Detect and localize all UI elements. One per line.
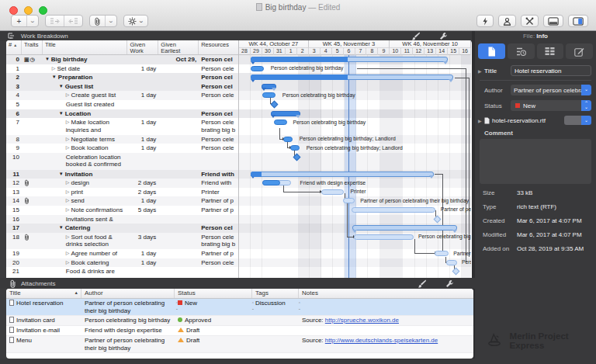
disclosure-triangle-icon[interactable]: ▶ xyxy=(478,118,484,123)
attach-button[interactable] xyxy=(90,16,106,26)
source-link[interactable]: http://www.deutschlands-speisekarten.de xyxy=(325,337,438,344)
gantt-summary-bar[interactable] xyxy=(262,84,277,89)
disclosure-leaf-icon[interactable]: ▷ xyxy=(52,66,56,71)
disclosure-leaf-icon[interactable]: ▷ xyxy=(66,251,70,255)
gantt-task-bar[interactable] xyxy=(352,207,435,213)
column-header-notes[interactable]: Notes xyxy=(299,289,473,298)
cell-stepper-icon[interactable]: ⌃⌄ xyxy=(295,301,304,311)
gantt-task-bar[interactable] xyxy=(262,180,291,185)
tab-info[interactable] xyxy=(478,43,505,59)
wbs-row[interactable]: 1▷Set date1 dayPerson celebrating big bi… xyxy=(6,64,238,74)
wbs-row[interactable]: 3▼Guest listPerson celebrating big birth… xyxy=(6,82,238,92)
gantt-task-bar[interactable] xyxy=(446,260,457,265)
disclosure-leaf-icon[interactable]: ▷ xyxy=(66,92,70,97)
disclosure-leaf-icon[interactable]: ▷ xyxy=(66,145,70,150)
wbs-row[interactable]: 0▣◷▼Big birthdayOct 29, 2019Person celeb… xyxy=(6,55,238,64)
add-options-button[interactable]: ⌄ xyxy=(27,16,38,26)
settings-wrench-icon[interactable] xyxy=(439,32,449,40)
cell-stepper-icon[interactable]: ⌃⌄ xyxy=(248,301,258,311)
column-header-given-earliest-start[interactable]: Given EarliestStart xyxy=(158,40,199,54)
attachment-row[interactable]: Hotel reservationPartner of person celeb… xyxy=(6,299,473,316)
outdent-button[interactable] xyxy=(64,16,82,26)
column-header-status[interactable]: Status xyxy=(175,289,252,298)
gantt-summary-bar[interactable] xyxy=(271,111,300,116)
gantt-summary-bar[interactable] xyxy=(251,75,453,80)
wbs-row[interactable]: 11▼InvitationFriend with design expertis… xyxy=(6,170,238,179)
wbs-row[interactable]: 10Celebration location booked & confirme… xyxy=(6,153,238,170)
add-button[interactable]: + xyxy=(12,16,27,26)
wbs-row[interactable]: 16Invitations sent & RSVP'd xyxy=(6,215,238,224)
wbs-row[interactable]: 7▷Make location inquiries and compare1 d… xyxy=(6,118,238,135)
tab-edit[interactable] xyxy=(566,43,593,59)
gantt-milestone[interactable] xyxy=(452,268,459,276)
style-brush-icon[interactable] xyxy=(418,279,427,288)
disclosure-triangle-icon[interactable]: ▶ xyxy=(478,68,484,74)
status-popup[interactable]: New⌃⌄ xyxy=(511,100,591,111)
column-header-resources[interactable]: Resources xyxy=(199,40,238,54)
wbs-row[interactable]: 18▷Sort out food & drinks selection3 day… xyxy=(6,233,238,250)
wbs-row[interactable]: 14▷send1 dayPartner of person celebratin… xyxy=(6,196,238,206)
wbs-row[interactable]: 17▼CateringPerson celebrating big birthd… xyxy=(6,224,238,233)
wbs-row[interactable]: 13▷print2 daysPrinter xyxy=(6,188,238,197)
tab-schedule[interactable] xyxy=(508,43,535,59)
gantt-milestone[interactable] xyxy=(433,215,441,223)
wbs-row[interactable]: 4▷Create guest list1 dayPerson celebrati… xyxy=(6,91,238,100)
disclosure-open-icon[interactable]: ▼ xyxy=(59,225,64,230)
disclosure-open-icon[interactable]: ▼ xyxy=(59,84,64,88)
gantt-task-bar[interactable] xyxy=(274,120,287,125)
disclosure-leaf-icon[interactable]: ▷ xyxy=(66,207,70,212)
disclosure-leaf-icon[interactable]: ▷ xyxy=(66,137,70,141)
chevron-down-icon[interactable]: ⌄ xyxy=(581,116,591,125)
attach-options-button[interactable]: ⌄ xyxy=(106,16,116,26)
source-link[interactable]: http://sprueche.woxikon.de xyxy=(325,317,399,324)
disclosure-open-icon[interactable]: ▼ xyxy=(52,75,57,79)
gantt-milestone[interactable] xyxy=(270,101,278,109)
activity-button[interactable] xyxy=(477,16,493,26)
style-brush-icon[interactable] xyxy=(411,32,421,40)
author-dropdown[interactable]: Partner of person celebrating th…⌄ xyxy=(511,85,591,95)
gantt-task-bar[interactable] xyxy=(283,137,293,142)
toggle-right-panel-button[interactable] xyxy=(569,16,587,26)
wbs-row[interactable]: 2▼PreparationPerson celebrating big birt… xyxy=(6,73,238,82)
comment-textarea[interactable] xyxy=(480,139,591,184)
wbs-row[interactable]: 19▷Agree number of guests1 dayPartner of… xyxy=(6,249,238,258)
attachment-row[interactable]: Invitation cardPerson celebrating big bi… xyxy=(6,316,473,326)
disclosure-open-icon[interactable]: ▼ xyxy=(45,57,50,61)
column-header-author[interactable]: Author xyxy=(81,289,175,298)
gantt-task-bar[interactable] xyxy=(321,189,344,195)
disclosure-leaf-icon[interactable]: ▷ xyxy=(66,198,70,203)
gantt-summary-bar[interactable] xyxy=(352,225,456,231)
gantt-task-bar[interactable] xyxy=(290,145,300,151)
disclosure-leaf-icon[interactable]: ▷ xyxy=(66,120,70,124)
wbs-row[interactable]: 8▷Negotiate terms1 dayPerson celebrating… xyxy=(6,135,238,144)
disclosure-leaf-icon[interactable]: ▷ xyxy=(66,260,70,265)
disclosure-leaf-icon[interactable]: ▷ xyxy=(66,189,70,194)
gantt-task-bar[interactable] xyxy=(435,251,449,256)
column-header-title[interactable]: Title xyxy=(43,40,128,54)
wbs-row[interactable]: 15▷Note confirmations5 daysPartner of pe… xyxy=(6,206,238,215)
settings-button[interactable]: ⌄ xyxy=(124,16,147,26)
toggle-bottom-panel-button[interactable] xyxy=(544,16,563,26)
wbs-row[interactable]: 20▷Book catering1 dayPerson celebrating … xyxy=(6,258,238,268)
attachment-row[interactable]: Invitation e-mailFriend with design expe… xyxy=(6,326,473,336)
gantt-task-bar[interactable] xyxy=(262,92,275,98)
disclosure-open-icon[interactable]: ▼ xyxy=(59,172,64,176)
column-header-title[interactable]: Title▲ xyxy=(6,289,81,298)
gantt-task-bar[interactable] xyxy=(251,66,264,71)
gantt-row[interactable] xyxy=(239,224,471,233)
attachment-file-name[interactable]: hotel-reservation.rtf xyxy=(492,117,564,124)
gantt-task-bar[interactable] xyxy=(343,198,355,203)
contact-button[interactable] xyxy=(499,16,515,26)
column-header-number[interactable]: # ▲ xyxy=(6,40,22,54)
disclosure-open-icon[interactable]: ▼ xyxy=(59,111,64,116)
wbs-row[interactable]: 5Guest list created xyxy=(6,100,238,109)
column-header-tags[interactable]: Tags xyxy=(252,289,299,298)
disclosure-leaf-icon[interactable]: ▷ xyxy=(66,234,70,239)
gantt-summary-bar[interactable] xyxy=(251,57,448,62)
wbs-row[interactable]: 9▷Book location1 dayPerson celebrating b… xyxy=(6,144,238,153)
wbs-row[interactable]: 21Food & drinks are selected xyxy=(6,267,238,276)
gantt-task-bar[interactable] xyxy=(354,234,414,240)
tab-columns[interactable] xyxy=(537,43,564,59)
column-header-given-work[interactable]: Given Work xyxy=(127,40,158,54)
column-header-traits[interactable]: Traits xyxy=(22,40,43,54)
